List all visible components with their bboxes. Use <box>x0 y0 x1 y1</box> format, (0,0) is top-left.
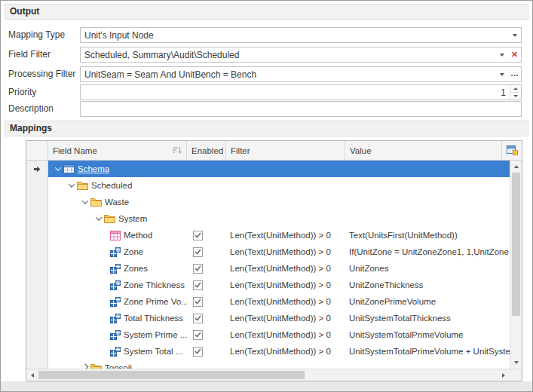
horizontal-scrollbar[interactable] <box>26 369 522 381</box>
column-label: Field Name <box>53 146 97 155</box>
column-chooser-button[interactable] <box>502 141 522 160</box>
horizontal-scroll-thumb[interactable] <box>38 371 305 379</box>
value-cell[interactable]: If(UnitZone = UnitZoneZone1, 1,UnitZone … <box>345 243 522 260</box>
collapse-chevron-icon[interactable] <box>80 200 90 204</box>
scroll-down-button[interactable] <box>510 357 522 369</box>
column-header-field-name[interactable]: Field Name <box>48 141 187 160</box>
collapse-chevron-icon[interactable] <box>66 183 77 188</box>
dropdown-button[interactable] <box>495 67 508 81</box>
column-label: Enabled <box>191 146 223 155</box>
enabled-checkbox[interactable] <box>193 247 203 257</box>
vertical-scroll-track[interactable] <box>510 173 522 357</box>
enabled-checkbox[interactable] <box>193 280 203 290</box>
horizontal-scroll-track[interactable] <box>38 369 498 381</box>
check-icon <box>195 299 201 305</box>
grid-row-zone-prime-volume[interactable]: Zone Prime Vo... Len(Text(UnitMethod)) >… <box>26 293 522 310</box>
indicator-column-header <box>26 141 48 160</box>
edit-expression-button[interactable]: … <box>508 67 521 81</box>
enabled-checkbox[interactable] <box>193 297 203 307</box>
check-icon <box>195 332 201 338</box>
field-name-cell: Scheduled <box>48 177 187 194</box>
enabled-checkbox[interactable] <box>193 330 203 340</box>
value-cell <box>345 210 522 227</box>
check-icon <box>195 315 201 321</box>
value-cell[interactable]: UnitZones <box>345 260 522 277</box>
row-indicator-cell <box>26 161 48 177</box>
row-indicator-cell <box>26 227 48 243</box>
column-header-enabled[interactable]: Enabled <box>187 141 226 160</box>
filter-cell[interactable]: Len(Text(UnitMethod)) > 0 <box>226 260 345 277</box>
value-cell[interactable]: UnitSystemTotalThickness <box>345 310 522 326</box>
clear-filter-button[interactable]: ✕ <box>508 47 521 62</box>
grid-row-total-thickness[interactable]: Total Thickness Len(Text(UnitMethod)) > … <box>26 310 522 326</box>
filter-cell <box>226 360 345 369</box>
grid-row-zone-thickness[interactable]: Zone Thickness Len(Text(UnitMethod)) > 0… <box>26 277 522 293</box>
value-cell[interactable]: Text(UnitsFirst(UnitMethod)) <box>345 227 522 243</box>
row-indicator-cell <box>26 343 48 360</box>
priority-spin-edit[interactable]: 1 <box>80 84 522 100</box>
grid-row-system-prime-volume[interactable]: System Prime ... Len(Text(UnitMethod)) >… <box>26 326 522 343</box>
enabled-checkbox[interactable] <box>193 314 203 323</box>
field-name-label: Total Thickness <box>124 314 183 323</box>
enabled-cell <box>187 243 226 260</box>
scroll-up-button[interactable] <box>510 161 522 173</box>
collapse-chevron-icon[interactable] <box>53 167 63 171</box>
field-filter-combobox[interactable]: Scheduled, Summary\Audit\Scheduled ✕ <box>80 47 522 63</box>
value-cell[interactable]: UnitZoneThickness <box>345 277 522 293</box>
grid-row-method[interactable]: Method Len(Text(UnitMethod)) > 0 Text(Un… <box>26 227 522 243</box>
dropdown-button[interactable] <box>508 28 521 42</box>
spin-up-button[interactable] <box>510 85 521 92</box>
tree-row-topsoil[interactable]: Topsoil <box>26 360 522 369</box>
filter-cell[interactable]: Len(Text(UnitMethod)) > 0 <box>226 243 345 260</box>
grid-row-zone[interactable]: Zone Len(Text(UnitMethod)) > 0 If(UnitZo… <box>26 243 522 260</box>
description-input[interactable] <box>80 101 522 117</box>
dataset-field-icon <box>110 297 121 307</box>
filter-cell <box>226 210 345 227</box>
expand-chevron-icon[interactable] <box>80 366 90 369</box>
filter-cell[interactable]: Len(Text(UnitMethod)) > 0 <box>226 326 345 343</box>
tree-row-system[interactable]: System <box>26 210 522 227</box>
mapping-type-combobox[interactable]: Unit's Input Node <box>80 27 522 43</box>
filter-cell[interactable]: Len(Text(UnitMethod)) > 0 <box>226 227 345 243</box>
dataset-field-icon <box>110 264 121 274</box>
filter-cell[interactable]: Len(Text(UnitMethod)) > 0 <box>226 343 345 360</box>
folder-icon <box>104 214 115 223</box>
check-icon <box>195 249 201 255</box>
row-indicator-cell <box>26 326 48 343</box>
tree-row-waste[interactable]: Waste <box>26 194 522 210</box>
collapse-chevron-icon[interactable] <box>93 216 104 221</box>
enabled-checkbox[interactable] <box>193 347 203 357</box>
filter-cell[interactable]: Len(Text(UnitMethod)) > 0 <box>226 277 345 293</box>
scroll-left-button[interactable] <box>26 369 38 381</box>
node-label: Waste <box>105 198 129 207</box>
grid-row-zones[interactable]: Zones Len(Text(UnitMethod)) > 0 UnitZone… <box>26 260 522 277</box>
filter-cell[interactable]: Len(Text(UnitMethod)) > 0 <box>226 310 345 326</box>
column-header-filter[interactable]: Filter <box>226 141 345 160</box>
value-cell[interactable]: UnitSystemTotalPrimeVolume <box>345 326 522 343</box>
filter-cell <box>226 194 345 210</box>
row-indicator-cell <box>26 310 48 326</box>
tree-row-scheduled[interactable]: Scheduled <box>26 177 522 194</box>
method-field-icon <box>110 231 121 240</box>
processing-filter-combobox[interactable]: UnitSeam = Seam And UnitBench = Bench … <box>80 66 522 82</box>
focused-row-arrow-icon <box>34 166 41 173</box>
check-icon <box>195 282 201 288</box>
spin-down-button[interactable] <box>510 92 521 100</box>
window-bottom-edge <box>1 381 532 391</box>
enabled-checkbox[interactable] <box>193 231 203 240</box>
value-cell[interactable]: UnitSystemTotalPrimeVolume + UnitSystemT… <box>345 343 522 360</box>
scrollbar-corner <box>510 369 522 381</box>
dropdown-button[interactable] <box>495 47 508 62</box>
tree-row-schema[interactable]: Schema <box>26 161 522 177</box>
column-header-value[interactable]: Value <box>345 141 502 160</box>
priority-label: Priority <box>8 84 36 100</box>
vertical-scrollbar[interactable] <box>510 161 522 369</box>
grid-row-system-total[interactable]: System Total ... Len(Text(UnitMethod)) >… <box>26 343 522 360</box>
enabled-checkbox[interactable] <box>193 264 203 274</box>
scroll-right-button[interactable] <box>498 369 510 381</box>
value-cell[interactable]: UnitZonePrimeVolume <box>345 293 522 310</box>
filter-cell[interactable]: Len(Text(UnitMethod)) > 0 <box>226 293 345 310</box>
enabled-cell <box>187 210 226 227</box>
vertical-scroll-thumb[interactable] <box>512 173 520 316</box>
grid-column-headers: Field Name Enabled Filter Value <box>26 141 522 161</box>
